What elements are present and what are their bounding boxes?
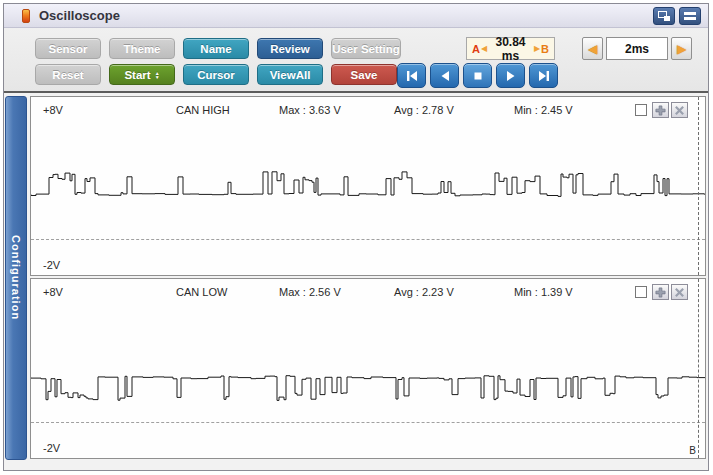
channel-name: CAN HIGH [176, 104, 230, 116]
sensor-button[interactable]: Sensor [35, 38, 101, 59]
zero-volt-gridline [31, 422, 705, 423]
skip-to-end-button[interactable] [529, 63, 558, 88]
panel-controls [635, 284, 688, 300]
right-arrow-icon: ▶ [677, 42, 686, 56]
restore-window-button[interactable] [653, 7, 675, 25]
close-channel-button[interactable] [671, 284, 688, 300]
cursor-delta-value: 30.84 ms [488, 35, 533, 63]
name-button[interactable]: Name [183, 38, 249, 59]
theme-button[interactable]: Theme [109, 38, 175, 59]
cursor-a-arrow-icon: ◀ [481, 44, 487, 53]
add-channel-button[interactable] [652, 284, 669, 300]
review-button[interactable]: Review [257, 38, 323, 59]
voltage-bottom-label: -2V [43, 442, 60, 454]
stacked-bars-icon [684, 12, 696, 20]
stop-icon [473, 71, 483, 81]
channel-select-checkbox[interactable] [635, 104, 647, 116]
plus-icon [655, 287, 666, 298]
zero-volt-gridline [31, 239, 705, 240]
toolbar: Sensor Theme Name Review User Setting Re… [4, 28, 708, 91]
playback-controls [397, 63, 558, 88]
min-value: Min : 2.45 V [514, 104, 573, 116]
cursor-b-arrow-icon: ▶ [534, 44, 540, 53]
close-icon [674, 287, 685, 298]
voltage-top-label: +8V [43, 286, 63, 298]
cursor-b-marker-label: B [689, 445, 696, 456]
restore-icon [658, 11, 670, 21]
cursor-b-label: B [541, 43, 549, 55]
cursor-b-line[interactable] [698, 279, 699, 458]
avg-value: Avg : 2.78 V [394, 104, 454, 116]
skip-to-start-button[interactable] [397, 63, 426, 88]
timebase-increase-button[interactable]: ▶ [671, 37, 692, 60]
play-button[interactable] [496, 63, 525, 88]
viewall-button[interactable]: ViewAll [257, 64, 323, 85]
channel-name: CAN LOW [176, 286, 227, 298]
user-setting-button[interactable]: User Setting [331, 38, 401, 59]
panel-can-low: +8V CAN LOW Max : 2.56 V Avg : 2.23 V Mi… [30, 278, 706, 459]
cursor-b-line[interactable] [698, 97, 699, 275]
panel-controls [635, 102, 688, 118]
close-channel-button[interactable] [671, 102, 688, 118]
timebase-value: 2ms [606, 37, 668, 60]
skip-to-start-icon [406, 71, 418, 81]
window-layout-button[interactable] [679, 7, 701, 25]
main-area: Configuration +8V CAN HIGH Max : 3.63 V … [4, 91, 708, 471]
configuration-tab[interactable]: Configuration [5, 96, 27, 460]
stop-button[interactable] [463, 63, 492, 88]
app-icon [22, 9, 30, 23]
max-value: Max : 3.63 V [279, 104, 341, 116]
toolbar-row-2: Reset Start ▲▼ Cursor ViewAll Save [35, 64, 397, 85]
can-high-waveform [31, 97, 705, 275]
start-button[interactable]: Start ▲▼ [109, 64, 175, 85]
play-icon [506, 71, 516, 81]
skip-to-end-icon [538, 71, 550, 81]
min-value: Min : 1.39 V [514, 286, 573, 298]
start-spinner-icon: ▲▼ [155, 71, 160, 79]
plus-icon [655, 105, 666, 116]
cursor-a-label: A [472, 43, 480, 55]
reset-button[interactable]: Reset [35, 64, 101, 85]
step-backward-button[interactable] [430, 63, 459, 88]
configuration-tab-label: Configuration [10, 235, 22, 320]
max-value: Max : 2.56 V [279, 286, 341, 298]
app-window: Oscilloscope Sensor Theme Name Review Us… [3, 3, 709, 471]
title-bar[interactable]: Oscilloscope [4, 4, 708, 28]
window-title: Oscilloscope [39, 8, 120, 23]
add-channel-button[interactable] [652, 102, 669, 118]
channel-select-checkbox[interactable] [635, 286, 647, 298]
step-backward-icon [440, 71, 450, 81]
save-button[interactable]: Save [331, 64, 397, 85]
avg-value: Avg : 2.23 V [394, 286, 454, 298]
close-icon [674, 105, 685, 116]
cursor-button[interactable]: Cursor [183, 64, 249, 85]
voltage-bottom-label: -2V [43, 259, 60, 271]
cursor-ab-readout: A ◀ 30.84 ms ▶ B [466, 37, 555, 60]
can-low-waveform [31, 279, 705, 458]
left-arrow-icon: ◀ [588, 42, 597, 56]
window-controls [653, 7, 701, 25]
toolbar-row-1: Sensor Theme Name Review User Setting [35, 38, 401, 59]
panel-can-high: +8V CAN HIGH Max : 3.63 V Avg : 2.78 V M… [30, 96, 706, 276]
timebase-decrease-button[interactable]: ◀ [582, 37, 603, 60]
voltage-top-label: +8V [43, 104, 63, 116]
